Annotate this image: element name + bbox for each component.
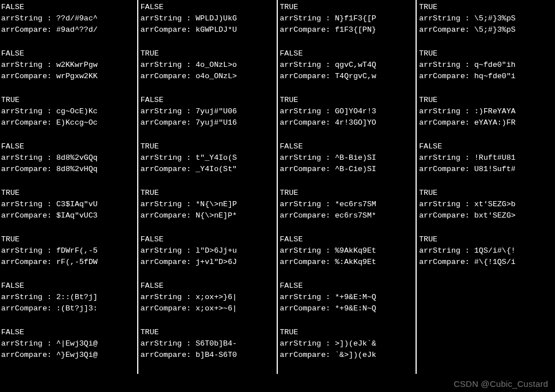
result-block: TRUEarrString : >])(eJk`&arrCompare: `&>…	[280, 327, 415, 361]
arr-string-value: ^|Ewj3Qi@	[52, 339, 98, 348]
result-block: TRUEarrString : t"_Y4Io(SarrCompare: _Y4…	[141, 141, 276, 175]
arr-compare-label: arrCompare:	[1, 25, 52, 34]
result-block: TRUEarrString : C3$IAq"vUarrCompare: $IA…	[1, 188, 136, 221]
arr-compare-line: arrCompare: `&>])(eJk	[280, 350, 415, 361]
arr-string-label: arrString :	[1, 61, 52, 69]
arr-compare-line: arrCompare: ^}Ewj3Qi@	[1, 350, 136, 361]
arr-string-line: arrString : C3$IAq"vU	[1, 199, 136, 210]
result-block: TRUEarrString : 4o_ONzL>oarrCompare: o4o…	[141, 48, 276, 82]
arr-string-value: ??d/#9ac^	[52, 14, 98, 23]
arr-compare-label: arrCompare:	[419, 258, 469, 266]
result-block: TRUEarrString : \5;#}3%pSarrCompare: \5;…	[419, 2, 554, 36]
result-flag: TRUE	[280, 188, 415, 199]
arr-compare-label: arrCompare:	[141, 211, 191, 220]
arr-compare-line: arrCompare: %:AkKq9Et	[280, 257, 415, 268]
arr-string-line: arrString : 7yuj#"U06	[141, 106, 276, 117]
arr-string-label: arrString :	[280, 339, 331, 348]
arr-compare-value: `&>])(eJk	[331, 351, 376, 359]
arr-compare-line: arrCompare: hq~fde0"i	[419, 71, 554, 82]
result-block: FALSEarrString : ^B-Bie)SIarrCompare: ^B…	[280, 141, 415, 175]
result-flag: FALSE	[141, 234, 276, 245]
arr-compare-value: j+vl"D>6J	[191, 258, 237, 266]
result-block: FALSEarrString : x;ox+>}6|arrCompare: x;…	[141, 280, 276, 314]
arr-compare-label: arrCompare:	[141, 304, 191, 313]
arr-string-label: arrString :	[280, 293, 331, 301]
arr-string-value: q~fde0"ih	[469, 61, 515, 69]
arr-string-line: arrString : S6T0b]B4-	[141, 338, 276, 350]
arr-string-label: arrString :	[419, 14, 469, 23]
arr-string-value: C3$IAq"vU	[52, 200, 98, 208]
result-flag: FALSE	[419, 141, 554, 152]
arr-compare-value: T4QrgvC,w	[331, 72, 376, 80]
arr-string-label: arrString :	[419, 246, 469, 255]
column-4: TRUEarrString : \5;#}3%pSarrCompare: \5;…	[416, 0, 555, 374]
result-block: FALSEarrString : *+9&E:M~QarrCompare: *+…	[280, 280, 415, 314]
result-flag: TRUE	[141, 48, 276, 59]
arr-string-value: \5;#}3%pS	[469, 14, 515, 23]
arr-compare-value: #\{!1QS/i	[469, 258, 515, 266]
result-flag: FALSE	[1, 2, 136, 13]
result-flag: TRUE	[141, 141, 276, 152]
watermark-text: CSDN @Cubic_Custard	[454, 379, 548, 389]
arr-compare-value: _Y4Io(St"	[191, 165, 237, 173]
arr-compare-label: arrCompare:	[1, 165, 52, 173]
arr-string-label: arrString :	[141, 14, 191, 23]
arr-string-value: xt'SEZG>b	[469, 200, 515, 208]
arr-compare-label: arrCompare:	[280, 118, 331, 127]
arr-compare-line: arrCompare: kGWPLDJ*U	[141, 24, 276, 36]
result-flag: FALSE	[280, 234, 415, 245]
arr-compare-value: 8d8%2vHQq	[52, 165, 98, 173]
result-block: TRUEarrString : N}f1F3{[ParrCompare: f1F…	[280, 2, 415, 36]
result-block: TRUEarrString : q~fde0"iharrCompare: hq~…	[419, 48, 554, 82]
arr-compare-line: arrCompare: :(Bt?j]3:	[1, 303, 136, 314]
arr-string-value: l"D>6Jj+u	[191, 246, 237, 255]
arr-compare-line: arrCompare: f1F3{[PN}	[280, 24, 415, 36]
arr-string-label: arrString :	[280, 154, 331, 162]
arr-string-line: arrString : ??d/#9ac^	[1, 13, 136, 24]
result-block: FALSEarrString : %9AkKq9EtarrCompare: %:…	[280, 234, 415, 268]
arr-compare-label: arrCompare:	[280, 165, 331, 173]
result-flag: TRUE	[1, 95, 136, 106]
arr-compare-value: hq~fde0"i	[469, 72, 515, 80]
result-flag: FALSE	[141, 280, 276, 292]
arr-string-line: arrString : GO]YO4r!3	[280, 106, 415, 117]
arr-compare-line: arrCompare: 8d8%2vHQq	[1, 164, 136, 175]
result-flag: FALSE	[141, 2, 276, 13]
result-flag: TRUE	[1, 234, 136, 245]
arr-string-line: arrString : %9AkKq9Et	[280, 245, 415, 257]
arr-compare-line: arrCompare: *+9&E:N~Q	[280, 303, 415, 314]
arr-string-line: arrString : *ec6rs7SM	[280, 199, 415, 210]
arr-string-line: arrString : l"D>6Jj+u	[141, 245, 276, 257]
arr-compare-value: ^}Ewj3Qi@	[52, 351, 98, 359]
arr-string-value: N}f1F3{[P	[331, 14, 376, 23]
arr-string-value: ^B-Bie)SI	[331, 154, 376, 162]
arr-compare-label: arrCompare:	[280, 211, 331, 220]
arr-compare-label: arrCompare:	[419, 72, 469, 80]
arr-string-line: arrString : fDWrF(,-5	[1, 245, 136, 257]
arr-string-label: arrString :	[1, 246, 52, 255]
arr-string-value: !Ruft#U81	[469, 154, 515, 162]
result-flag: FALSE	[280, 141, 415, 152]
arr-compare-line: arrCompare: rF(,-5fDW	[1, 257, 136, 268]
arr-string-value: >])(eJk`&	[331, 339, 376, 348]
arr-string-line: arrString : w2KKwrPgw	[1, 59, 136, 71]
arr-compare-label: arrCompare:	[280, 25, 331, 34]
arr-string-value: w2KKwrPgw	[52, 61, 98, 69]
arr-string-label: arrString :	[280, 14, 331, 23]
result-block: TRUEarrString : *N{\>nE]ParrCompare: N{\…	[141, 188, 276, 221]
arr-string-value: GO]YO4r!3	[331, 107, 376, 116]
result-flag: FALSE	[280, 48, 415, 59]
arr-compare-label: arrCompare:	[280, 304, 331, 313]
arr-string-line: arrString : 4o_ONzL>o	[141, 59, 276, 71]
result-flag: TRUE	[280, 95, 415, 106]
arr-string-label: arrString :	[419, 200, 469, 208]
arr-string-line: arrString : :)FReYAYA	[419, 106, 554, 117]
result-flag: FALSE	[280, 280, 415, 292]
arr-compare-label: arrCompare:	[280, 258, 331, 266]
arr-string-value: 7yuj#"U06	[191, 107, 237, 116]
arr-compare-label: arrCompare:	[141, 72, 191, 80]
arr-compare-value: $IAq"vUC3	[52, 211, 98, 220]
arr-compare-value: ec6rs7SM*	[331, 211, 376, 220]
arr-compare-value: wrPgxw2KK	[52, 72, 98, 80]
arr-string-label: arrString :	[1, 154, 52, 162]
